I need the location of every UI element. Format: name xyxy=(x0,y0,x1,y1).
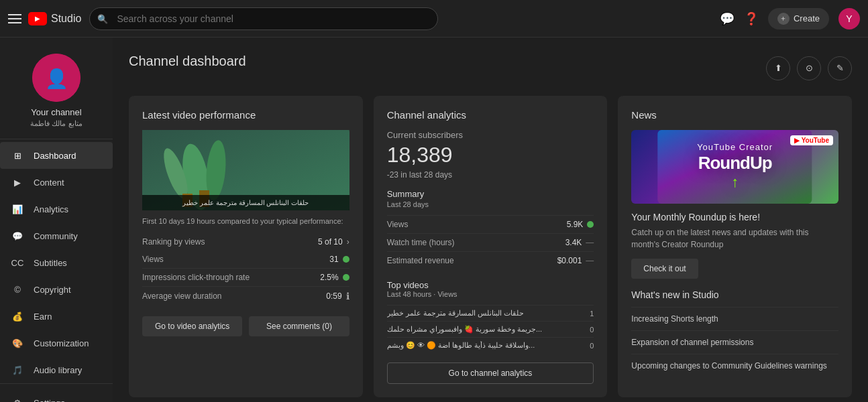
check-it-out-button[interactable]: Check it out xyxy=(631,259,698,279)
video-stats-table: Views 31 Impressions click-through rate … xyxy=(142,251,349,306)
sidebar-item-earn[interactable]: 💰 Earn xyxy=(0,303,113,330)
hamburger-menu[interactable] xyxy=(8,14,21,23)
video-action-btns: Go to video analytics See comments (0) xyxy=(142,316,349,336)
sidebar-item-settings[interactable]: ⚙ Settings xyxy=(0,389,113,402)
news-description: Catch up on the latest news and updates … xyxy=(631,226,838,251)
sidebar-item-subtitles[interactable]: CC Subtitles xyxy=(0,249,113,276)
news-yt-logo: ▶ YouTube xyxy=(790,135,833,145)
go-to-video-analytics-button[interactable]: Go to video analytics xyxy=(142,316,242,336)
subtitles-icon: CC xyxy=(11,256,24,269)
analytics-revenue: Estimated revenue $0.001 — xyxy=(387,251,594,269)
top-videos-sub: Last 48 hours · Views xyxy=(387,290,594,298)
sidebar-item-content[interactable]: ▶ Content xyxy=(0,169,113,196)
copyright-icon: © xyxy=(11,283,24,296)
sidebar-item-dashboard[interactable]: ⊞ Dashboard xyxy=(0,142,113,169)
duration-indicator: ℹ xyxy=(346,291,349,302)
news-headline: Your Monthly Roundup is here! xyxy=(631,212,838,222)
channel-subtitle: متابع مالك فاطمة xyxy=(30,119,82,128)
latest-video-title: Latest video performance xyxy=(142,109,349,121)
subscribers-count: 18,389 xyxy=(387,143,594,168)
stat-views: Views 31 xyxy=(142,251,349,269)
whats-new-title: What's new in Studio xyxy=(631,289,838,300)
top-videos-section: Top videos Last 48 hours · Views حلقات ا… xyxy=(387,280,594,353)
whats-new-item-1[interactable]: Expansion of channel permissions xyxy=(631,330,838,354)
top-video-row-2: واسلاقة حليبة ذأية طالوها اضة 🟠 👁 😊 وبشم… xyxy=(387,337,594,353)
customization-icon: 🎨 xyxy=(11,336,24,350)
whats-new-item-0[interactable]: Increasing Shorts length xyxy=(631,307,838,330)
main-layout: 👤 Your channel متابع مالك فاطمة ⊞ Dashbo… xyxy=(0,38,868,402)
sidebar-bottom: ⚙ Settings 💡 Send feedback xyxy=(0,383,113,402)
sidebar-item-copyright[interactable]: © Copyright xyxy=(0,276,113,303)
logo[interactable]: Studio xyxy=(28,12,81,25)
youtube-icon xyxy=(28,12,47,25)
video-caption: حلقات البنانلس المسارقة مترجمة علمر خطير xyxy=(142,195,349,210)
stat-ctr: Impressions click-through rate 2.5% xyxy=(142,269,349,287)
search-icon: 🔍 xyxy=(97,13,108,23)
svg-text:👤: 👤 xyxy=(45,68,68,90)
help-icon[interactable]: ❓ xyxy=(744,11,759,26)
video-meta: First 10 days 19 hours compared to your … xyxy=(142,217,349,225)
ranking-row: Ranking by views 5 of 10 › xyxy=(142,233,349,251)
channel-analytics-card: Channel analytics Current subscribers 18… xyxy=(374,96,608,397)
earn-icon: 💰 xyxy=(11,310,24,323)
top-videos-header: Top videos xyxy=(387,280,594,290)
latest-video-card: Latest video performance xyxy=(129,96,363,397)
search-input[interactable] xyxy=(89,7,438,30)
sub-change: -23 in last 28 days xyxy=(387,170,594,180)
stat-avg-duration: Average view duration 0:59 ℹ xyxy=(142,287,349,306)
watch-dash: — xyxy=(586,238,594,247)
dashboard-icon: ⊞ xyxy=(11,149,24,162)
go-live-button[interactable]: ⊙ xyxy=(797,56,821,80)
news-image: ▶ YouTube YouTube Creator RoundUp ↑ xyxy=(631,130,838,204)
summary-section: Summary Last 28 days Views 5.9K Watch ti… xyxy=(387,189,594,269)
search-bar: 🔍 xyxy=(89,7,438,30)
whats-new-item-2[interactable]: Upcoming changes to Community Guidelines… xyxy=(631,354,838,377)
notifications-icon[interactable]: 💬 xyxy=(720,11,735,26)
sidebar-item-audio-library[interactable]: 🎵 Audio library xyxy=(0,356,113,383)
ranking-chevron: › xyxy=(347,237,349,247)
create-button[interactable]: ＋ Create xyxy=(768,8,829,29)
top-video-row-1: جريمة وخطة سورية 🍓 وافبسوراي مشراه حلمك.… xyxy=(387,321,594,337)
top-cards-row: Latest video performance xyxy=(129,96,852,397)
community-icon: 💬 xyxy=(11,229,24,243)
edit-button[interactable]: ✎ xyxy=(828,56,852,80)
channel-info: 👤 Your channel متابع مالك فاطمة xyxy=(0,43,113,139)
top-video-row-0: حلقات البنانلس المسارقة مترجمة علمر خطير… xyxy=(387,305,594,321)
analytics-watch-time: Watch time (hours) 3.4K — xyxy=(387,233,594,251)
news-card: News ▶ YouTube Y xyxy=(618,96,852,397)
analytics-views: Views 5.9K xyxy=(387,215,594,233)
channel-avatar: 👤 xyxy=(32,54,80,102)
views-indicator xyxy=(343,256,349,263)
content-icon: ▶ xyxy=(11,176,24,189)
subscribers-label: Current subscribers xyxy=(387,130,594,140)
nav-items: ⊞ Dashboard ▶ Content 📊 Analytics 💬 Comm… xyxy=(0,142,113,383)
header-row: Channel dashboard ⬆ ⊙ ✎ xyxy=(129,54,852,82)
video-thumbnail[interactable]: حلقات البنانلس المسارقة مترجمة علمر خطير xyxy=(142,130,349,210)
sidebar: 👤 Your channel متابع مالك فاطمة ⊞ Dashbo… xyxy=(0,38,113,402)
news-image-text: YouTube Creator RoundUp ↑ xyxy=(697,142,773,191)
settings-icon: ⚙ xyxy=(11,396,24,402)
see-comments-button[interactable]: See comments (0) xyxy=(249,316,349,336)
revenue-dash: — xyxy=(586,256,594,265)
sidebar-item-customization[interactable]: 🎨 Customization xyxy=(0,330,113,356)
summary-title: Summary xyxy=(387,189,594,199)
page-title: Channel dashboard xyxy=(129,54,246,69)
top-navigation: Studio 🔍 💬 ❓ ＋ Create Y xyxy=(0,0,868,38)
audio-library-icon: 🎵 xyxy=(11,363,24,377)
sidebar-item-analytics[interactable]: 📊 Analytics xyxy=(0,196,113,222)
ctr-indicator xyxy=(343,274,349,281)
content-area: Channel dashboard ⬆ ⊙ ✎ Latest video per… xyxy=(113,38,868,402)
nav-right: 💬 ❓ ＋ Create Y xyxy=(720,8,860,29)
summary-period: Last 28 days xyxy=(387,200,594,208)
news-title-header: News xyxy=(631,109,838,121)
logo-text: Studio xyxy=(51,13,81,25)
user-avatar[interactable]: Y xyxy=(838,8,860,29)
header-actions: ⬆ ⊙ ✎ xyxy=(766,56,852,80)
sidebar-item-community[interactable]: 💬 Community xyxy=(0,222,113,249)
ranking-label: Ranking by views xyxy=(142,237,205,247)
views-dot xyxy=(587,221,594,228)
ranking-value: 5 of 10 › xyxy=(318,237,349,247)
go-to-channel-analytics-button[interactable]: Go to channel analytics xyxy=(387,362,594,384)
upload-button[interactable]: ⬆ xyxy=(766,56,790,80)
create-plus-icon: ＋ xyxy=(777,13,790,25)
